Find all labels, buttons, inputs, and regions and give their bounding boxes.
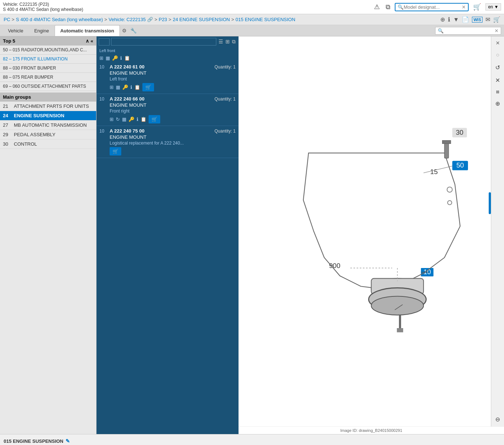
middle-search-input[interactable]: [111, 38, 216, 46]
group-item-21[interactable]: 21 ATTACHMENT PARTS FOR UNITS: [0, 102, 96, 111]
part-info-icon[interactable]: ℹ: [130, 84, 132, 90]
top5-minimize-icon[interactable]: «: [91, 38, 93, 44]
part-actions-0: ⊞ ▦ 🔑 ℹ 📋 🛒: [99, 83, 236, 91]
language-selector[interactable]: en ▼: [485, 3, 501, 11]
group-label-24: ENGINE SUSPENSION: [14, 113, 64, 118]
part-number-2[interactable]: A 222 240 75 00: [110, 128, 145, 134]
vehicle-link-icon[interactable]: 🔗: [147, 17, 153, 22]
breadcrumb-p23[interactable]: P23: [159, 17, 167, 22]
copy-icon[interactable]: ⧉: [384, 2, 392, 12]
model-search-input[interactable]: [403, 4, 462, 10]
group-num-30: 30: [3, 141, 12, 147]
part-grid-icon-1[interactable]: ⊞: [110, 117, 114, 122]
header-tools: ⚠ ⧉ 🔍 ✕ 🛒 en ▼: [373, 1, 501, 12]
breadcrumb-015[interactable]: 015 ENGINE SUSPENSION: [236, 17, 295, 22]
part-info-icon-1[interactable]: ℹ: [137, 117, 138, 122]
group-item-30[interactable]: 30 CONTROL: [0, 139, 96, 149]
part-grid-icon[interactable]: ⊞: [110, 84, 114, 90]
list-view-icon[interactable]: ☰: [218, 38, 224, 46]
edit-section-icon[interactable]: ✎: [66, 438, 70, 444]
part-number-1[interactable]: A 222 240 66 00: [110, 96, 145, 102]
part-table-icon-1[interactable]: ▦: [122, 117, 126, 122]
expand-icon[interactable]: ⧉: [231, 38, 236, 46]
search-icon: 🔍: [398, 4, 403, 10]
tab-vehicle[interactable]: Vehicle: [3, 25, 28, 36]
part-doc-icon-1[interactable]: 📋: [141, 117, 146, 122]
middle-header: ☰ ⊞ ⧉: [97, 36, 239, 47]
group-list: 21 ATTACHMENT PARTS FOR UNITS 24 ENGINE …: [0, 102, 96, 434]
part-key-icon[interactable]: 🔑: [122, 84, 128, 90]
zoom-out-diag-icon[interactable]: ⊖: [494, 414, 501, 424]
group-num-21: 21: [3, 103, 12, 109]
tab-search[interactable]: 🔍 ✕: [435, 27, 501, 35]
diagram-crosshair-icon[interactable]: ✕: [494, 75, 501, 85]
zoom-in-icon[interactable]: ⊕: [440, 16, 445, 23]
top5-item-1[interactable]: 82 – 175 FRONT ILLUMINATION: [0, 55, 96, 64]
clear-search-icon[interactable]: ✕: [462, 4, 466, 10]
breadcrumb-pc[interactable]: PC: [4, 17, 10, 22]
group-item-24[interactable]: 24 ENGINE SUSPENSION: [0, 111, 96, 121]
close-diagram-icon[interactable]: ✕: [494, 39, 501, 47]
middle-panel: ☰ ⊞ ⧉ Left front ⊞ ▦ 🔑 ℹ 📋 10 A: [97, 36, 239, 434]
filter-icon[interactable]: ▼: [453, 16, 459, 23]
scroll-indicator[interactable]: [489, 192, 491, 214]
top5-collapse-icon[interactable]: ∧: [86, 38, 89, 44]
breadcrumb-tools: ⊕ ℹ ▼ 📄 WIS ✉ 🛒: [440, 16, 500, 23]
group-label-29: PEDAL ASSEMBLY: [14, 132, 55, 137]
key-icon-0[interactable]: 🔑: [112, 55, 118, 61]
part-pos-1: 10: [99, 97, 107, 102]
part-number-0[interactable]: A 222 240 61 00: [110, 64, 145, 70]
part-desc-1: Front right: [99, 109, 236, 114]
zoom-in-diag-icon[interactable]: ⊕: [494, 99, 501, 109]
table-icon-0[interactable]: ▦: [106, 55, 110, 61]
tab-search-input[interactable]: [444, 28, 495, 34]
part-doc-icon[interactable]: 📋: [134, 84, 140, 90]
diagram-scale-icon[interactable]: ⊠: [495, 88, 501, 96]
vehicle-info: Vehicle: C222135 (P23) S 400 d 4MATIC Se…: [3, 2, 83, 12]
part-qty-1: Quantity: 1: [214, 97, 236, 102]
part-table-icon[interactable]: ▦: [116, 84, 120, 90]
add-to-cart-2[interactable]: 🛒: [110, 147, 121, 155]
tab-wrench-icon[interactable]: 🔧: [129, 26, 138, 35]
group-item-29[interactable]: 29 PEDAL ASSEMBLY: [0, 130, 96, 139]
tab-engine[interactable]: Engine: [29, 25, 54, 36]
part-header-0: 10 A 222 240 61 00 Quantity: 1: [99, 64, 236, 70]
tab-gear-icon[interactable]: ⚙: [121, 26, 128, 35]
top5-item-4[interactable]: 69 – 060 OUTSIDE ATTACHMENT PARTS: [0, 82, 96, 91]
cart-bc-icon[interactable]: 🛒: [493, 16, 500, 23]
wis-icon[interactable]: WIS: [472, 17, 483, 23]
diagram-svg: 30 50 15 900 10 20: [246, 38, 497, 425]
group-label-30: CONTROL: [14, 141, 37, 147]
part-actions-1: ⊞ ↻ ▦ 🔑 ℹ 📋 🛒: [99, 115, 236, 123]
svg-rect-19: [397, 328, 403, 332]
model-search[interactable]: 🔍 ✕: [395, 3, 469, 11]
grid-view-icon[interactable]: ⊞: [225, 38, 231, 46]
add-to-cart-0[interactable]: 🛒: [142, 83, 154, 91]
warning-icon[interactable]: ⚠: [373, 1, 381, 12]
part-desc-2: Logistical replacement for A 222 240...: [99, 141, 236, 146]
cart-icon[interactable]: 🛒: [472, 1, 483, 12]
top5-item-2[interactable]: 88 – 030 FRONT BUMPER: [0, 64, 96, 73]
info-icon[interactable]: ℹ: [448, 16, 450, 23]
mail-icon[interactable]: ✉: [485, 16, 490, 23]
breadcrumb-model[interactable]: S 400 d 4MATIC Sedan (long wheelbase): [16, 17, 103, 22]
diagram-circle-icon[interactable]: ○: [495, 50, 501, 60]
part-key-icon-1[interactable]: 🔑: [129, 117, 134, 122]
top5-item-3[interactable]: 88 – 075 REAR BUMPER: [0, 73, 96, 82]
top5-header: Top 5 ∧ «: [0, 36, 96, 46]
top5-item-0[interactable]: 50 – 015 RADIATOR,MOUNTING,AND C...: [0, 46, 96, 55]
tab-search-clear[interactable]: ✕: [495, 28, 499, 34]
breadcrumb-engine-suspension[interactable]: 24 ENGINE SUSPENSION: [173, 17, 230, 22]
tab-automatic-transmission[interactable]: Automatic transmission: [55, 25, 119, 36]
info-icon-0[interactable]: ℹ: [120, 55, 122, 61]
position-header-left-front: Left front: [97, 47, 239, 54]
add-to-cart-1[interactable]: 🛒: [149, 115, 160, 123]
doc2-icon-0[interactable]: 📋: [124, 55, 130, 61]
grid-icon-0[interactable]: ⊞: [99, 55, 103, 61]
part-refresh-icon-1[interactable]: ↻: [116, 117, 120, 122]
part-qty-0: Quantity: 1: [214, 64, 236, 70]
doc-icon[interactable]: 📄: [462, 16, 469, 23]
group-item-27[interactable]: 27 MB AUTOMATIC TRANSMISSION: [0, 121, 96, 130]
diagram-history-icon[interactable]: ↺: [494, 63, 501, 72]
breadcrumb-vehicle[interactable]: Vehicle: C222135: [109, 17, 146, 22]
